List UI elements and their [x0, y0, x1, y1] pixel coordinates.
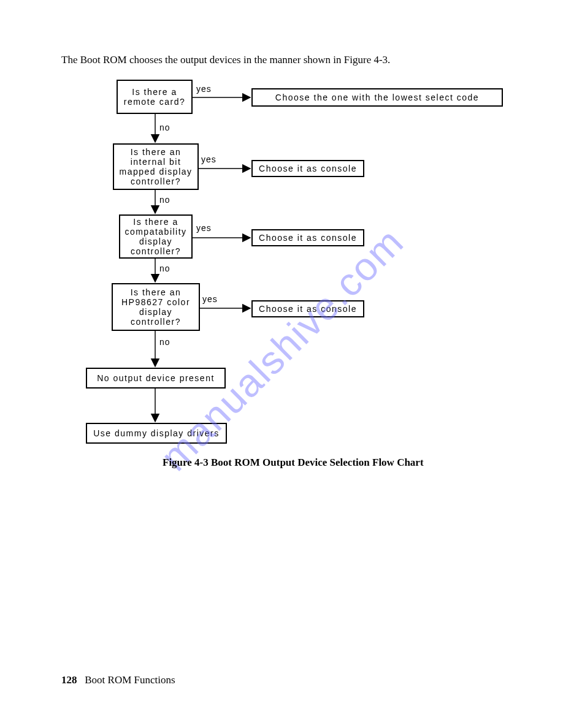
label-no-1: no [159, 123, 170, 132]
box-dummy-drivers: Use dummy display drivers [86, 423, 227, 444]
action-console-2: Choose it as console [251, 160, 364, 177]
footer-section: Boot ROM Functions [85, 674, 175, 686]
label-yes-2: yes [201, 154, 216, 164]
decision-internal-bitmap: Is there aninternal bitmapped displaycon… [113, 143, 199, 190]
flowchart-diagram: Is there aremote card? Choose the one wi… [0, 0, 563, 490]
page-footer: 128 Boot ROM Functions [61, 674, 175, 686]
action-console-3: Choose it as console [251, 229, 364, 246]
decision-hp98627: Is there anHP98627 colordisplaycontrolle… [112, 283, 200, 331]
action-console-4: Choose it as console [251, 300, 364, 317]
decision-compatibility-display: Is there acompatabilitydisplaycontroller… [119, 214, 193, 259]
figure-caption: Figure 4-3 Boot ROM Output Device Select… [163, 457, 424, 469]
box-no-output-device: No output device present [86, 368, 226, 389]
label-yes-1: yes [196, 84, 212, 94]
label-yes-4: yes [202, 294, 218, 304]
label-yes-3: yes [196, 223, 212, 233]
decision-remote-card: Is there aremote card? [117, 80, 193, 114]
action-lowest-select-code: Choose the one with the lowest select co… [251, 88, 503, 107]
label-no-2: no [159, 195, 170, 205]
label-no-3: no [159, 264, 170, 273]
label-no-4: no [159, 337, 170, 347]
page-number: 128 [61, 674, 77, 686]
